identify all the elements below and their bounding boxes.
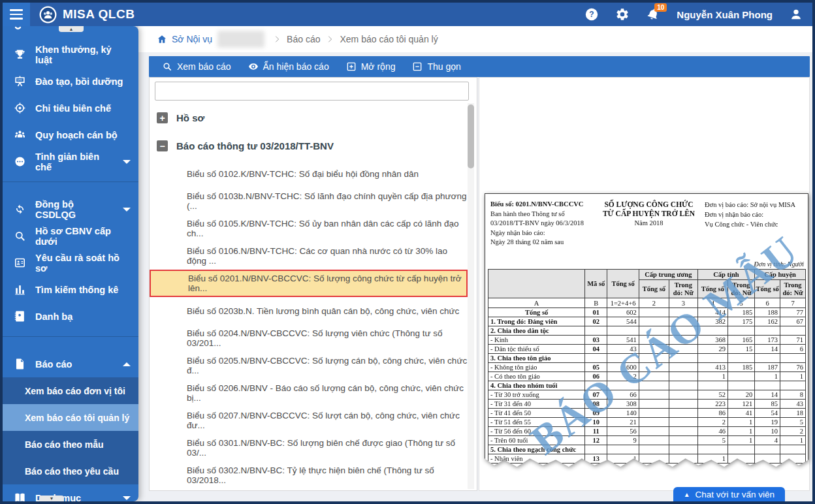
brand: MISA QLCB	[39, 6, 135, 24]
tree-item[interactable]: Biểu số 0105.K/BNV-TCHC: Số ủy ban nhân …	[150, 215, 468, 242]
help-icon[interactable]: ?	[584, 7, 599, 22]
table-row: 1. Trong đó: Đảng viên0254438217516267	[488, 317, 806, 326]
tree-item[interactable]: Biểu số 0103b.N/BNV-TCHC: Số lãnh đạo ch…	[150, 187, 468, 215]
user-avatar-icon[interactable]	[789, 7, 803, 22]
table-row: - Có theo tôn giáo062111	[488, 372, 806, 381]
menu-toggle-button[interactable]	[3, 3, 30, 26]
gear-icon[interactable]	[615, 7, 630, 22]
table-letter-row: AB1=2+4+6234567	[488, 298, 806, 308]
tree-item[interactable]: Biểu số 0204.N/BNV-CBCCVC: Số lượng viên…	[150, 324, 468, 352]
row-label: Tổng số	[488, 308, 585, 317]
tree-group-label: Báo cáo thông tư 03/2018/TT-BNV	[176, 140, 334, 151]
tree-item[interactable]: Biểu số 0207.N/BNV-CBCCVC: Số lượt cán b…	[150, 407, 468, 434]
list-scrollbar-thumb[interactable]	[468, 104, 474, 168]
sidebar-item[interactable]: Danh mục	[3, 484, 138, 501]
tree-item[interactable]: Biểu số 0205.N/BNV-CBCCVC: Số lượng cán …	[150, 352, 468, 379]
sidebar-subitem[interactable]: Xem báo cáo tôi quản lý	[3, 404, 138, 431]
bar-chart-icon	[14, 283, 26, 296]
toolbar-button-search[interactable]: Xem báo cáo	[155, 59, 238, 74]
breadcrumb-item[interactable]: Báo cáo	[287, 34, 320, 44]
home-icon	[157, 34, 167, 44]
ellipsis-icon	[14, 155, 26, 168]
sidebar-item[interactable]: Hồ sơ CBNV cấp dưới	[3, 223, 138, 249]
table-group-header: Cấp huyện	[755, 269, 806, 280]
report-form-block: Biểu số: 0201.N/BNV-CBCCVC Ban hành theo…	[490, 200, 598, 247]
row-label: 3. Chia theo tôn giáo	[488, 354, 585, 363]
table-sub-header: Tổng số	[697, 280, 727, 298]
sidebar-item[interactable]: Quy hoạch cán bộ	[3, 121, 138, 148]
list-scrollbar[interactable]	[468, 103, 474, 489]
sidebar-item[interactable]: Đào tạo, bồi dưỡng	[3, 68, 138, 95]
tree-item[interactable]: Biểu số 0206.N/BNV - Báo cáo số lượng cá…	[150, 379, 468, 407]
row-label: - Có theo tôn giáo	[488, 372, 585, 381]
table-row: - Không tôn giáo0560041318518776	[488, 363, 806, 372]
row-label: 1. Trong đó: Đảng viên	[488, 317, 585, 326]
report-title-line: TỪ CẤP HUYỆN TRỞ LÊN	[598, 209, 699, 218]
plus-square-icon	[346, 61, 357, 72]
report-recipient-line: Vụ Công chức - Viên chức	[705, 219, 804, 229]
toolbar-button-eye[interactable]: Ẩn hiện báo cáo	[242, 59, 336, 74]
chevron-up-icon	[123, 362, 131, 366]
breadcrumb-root-link[interactable]: Sở Nội vụ	[157, 34, 212, 44]
toolbar-button-plus-square[interactable]: Mở rộng	[340, 59, 402, 74]
search-icon	[162, 61, 172, 72]
topbar-actions: ? 10 Nguyễn Xuân Phong	[584, 7, 812, 22]
collapse-icon[interactable]: −	[157, 140, 168, 151]
tree-item[interactable]: Biểu số 0102.K/BNV-TCHC: Số đại biểu hội…	[150, 160, 468, 187]
sidebar-divider	[3, 336, 138, 351]
sidebar-item[interactable]: Yêu cầu rà soát hồ sơ	[3, 249, 138, 276]
row-label: - Từ 56 đến 60	[488, 427, 585, 436]
sidebar-item[interactable]: Đồng bộ CSDLQG	[3, 196, 138, 223]
sidebar-item[interactable]: Danh bạ	[3, 303, 138, 330]
bell-icon[interactable]: 10	[646, 7, 660, 22]
row-label: - Nhân viên	[488, 454, 585, 464]
row-label: 5. Chia theo ngạch công chức	[488, 445, 585, 454]
toolbar-button-minus-square[interactable]: Thu gọn	[406, 59, 467, 74]
sidebar-item[interactable]: Tinh giản biên chế	[3, 148, 138, 175]
table-row: 3. Chia theo tôn giáo	[488, 354, 806, 363]
book-icon	[14, 492, 26, 501]
chat-support-button[interactable]: ▲ Chat với tư vấn viên	[673, 487, 785, 501]
table-group-header: Cấp tỉnh	[697, 269, 754, 280]
app-window: MISA QLCB ? 10 Nguyễn Xuân Phong	[0, 0, 815, 504]
tree-item[interactable]: Biểu số 0106.N/BNV-TCHC: Các cơ quan nhà…	[150, 242, 468, 270]
report-search-input[interactable]	[155, 82, 469, 101]
tree-item[interactable]: Biểu số 0301.N/BNV-BC: Số lượng biên chế…	[150, 434, 468, 462]
svg-text:?: ?	[590, 10, 594, 19]
doc-icon	[14, 358, 26, 370]
user-name[interactable]: Nguyễn Xuân Phong	[677, 9, 773, 20]
notification-badge: 10	[654, 3, 667, 12]
sync-icon	[14, 203, 26, 215]
redacted-unit-name	[217, 31, 264, 48]
sidebar-subitem[interactable]: Báo cáo theo yêu cầu	[3, 458, 138, 484]
sidebar-item[interactable]: Tìm kiếm thống kê	[3, 276, 138, 303]
table-row: - Từ 31 đến 40083082231218543	[488, 400, 806, 409]
sidebar-subitem[interactable]: Báo cáo theo mẫu	[3, 431, 138, 458]
unit-note: Đơn vị tính: Người	[485, 247, 808, 269]
sidebar-item[interactable]: Báo cáo	[3, 351, 138, 377]
sidebar-item[interactable]: Khen thưởng, kỷ luật	[3, 41, 138, 68]
sidebar-subitem[interactable]: Xem báo cáo đơn vị tôi	[3, 377, 138, 404]
sidebar-scroll-up[interactable]: ▲	[59, 26, 84, 32]
row-label: - Từ 41 đến 50	[488, 409, 585, 418]
chevron-down-icon	[123, 496, 131, 500]
tree-group-row[interactable]: +Hồ sơ	[150, 104, 468, 132]
report-issued-line: Ban hành theo Thông tư số	[490, 210, 598, 219]
table-row: 5. Chia theo ngạch công chức	[488, 445, 806, 454]
chevron-partial-icon	[14, 26, 25, 34]
tree-group-row[interactable]: −Báo cáo thông tư 03/2018/TT-BNV	[150, 132, 468, 160]
sidebar-item[interactable]: Chỉ tiêu biên chế	[3, 95, 138, 121]
expand-icon[interactable]: +	[157, 112, 168, 123]
table-row: 4. Chia theo nhóm tuổi	[488, 381, 806, 390]
row-label: - Từ 30 trở xuống	[488, 390, 585, 400]
tree-item[interactable]: Biểu số 0302.N/BNV-BC: Tỷ lệ thực hiện b…	[150, 462, 468, 489]
tree-item[interactable]: Biểu số 0203b.N. Tiền lương bình quân cá…	[150, 297, 468, 324]
top-header-bar: MISA QLCB ? 10 Nguyễn Xuân Phong	[3, 3, 812, 26]
chevron-right-icon	[325, 35, 334, 44]
table-sub-header: Trong đó: Nữ	[669, 280, 698, 298]
table-row: - Trên 60 tuổi1295141	[488, 436, 806, 445]
tree-item-selected[interactable]: Biểu số 0201.N/BNV-CBCCVC: Số lượng công…	[150, 270, 468, 297]
breadcrumb: Sở Nội vụ Báo cáo Xem báo cáo tôi quản l…	[138, 26, 812, 52]
sidebar-scroll-down[interactable]: ▼	[39, 496, 64, 501]
easel-icon	[14, 75, 26, 87]
